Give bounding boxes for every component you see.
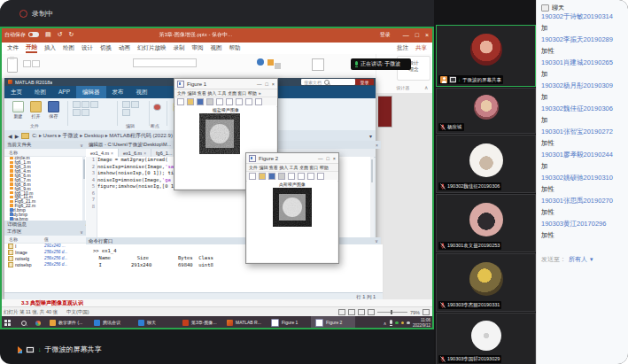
copy-icon[interactable] xyxy=(32,60,40,67)
figure1-menubar[interactable]: 文件 编辑 查看 插入 工具 桌面 窗口 帮助 » xyxy=(174,89,277,97)
goto-icon[interactable] xyxy=(73,109,81,116)
workspace-row[interactable]: Image256x256 d... xyxy=(4,249,84,255)
tab-help[interactable]: 帮助 xyxy=(229,44,241,52)
font-box[interactable] xyxy=(133,58,197,67)
slide-sorter-icon[interactable] xyxy=(348,309,355,315)
drawing-tool-icon[interactable] xyxy=(312,58,324,71)
zoom-out-icon[interactable] xyxy=(307,173,314,180)
minimize-icon[interactable]: — xyxy=(403,32,409,38)
open-button[interactable]: 打开 xyxy=(30,101,42,119)
tab-view[interactable]: 视图 xyxy=(211,44,222,52)
datatip-icon[interactable] xyxy=(255,98,262,105)
compare-icon[interactable] xyxy=(81,101,89,108)
tray-green-icon[interactable] xyxy=(395,321,399,325)
save-button[interactable]: 保存 xyxy=(48,101,59,119)
new-script-button[interactable]: 新建 xyxy=(12,101,24,119)
participant-tile-sharer[interactable]: ↓ 于微波的屏幕共享 xyxy=(436,25,536,87)
reading-view-icon[interactable] xyxy=(358,309,365,315)
tab-design[interactable]: 设计 xyxy=(81,44,93,52)
print-icon[interactable] xyxy=(278,173,285,180)
participant-tile[interactable]: 杨应城 xyxy=(436,88,536,134)
save-icon[interactable] xyxy=(268,173,275,180)
new-figure-icon[interactable] xyxy=(249,173,256,180)
cut-icon[interactable] xyxy=(23,60,31,67)
panel-menu-icon[interactable]: ∨ xyxy=(80,143,83,148)
tab-review[interactable]: 审阅 xyxy=(192,44,204,52)
redo-icon[interactable]: ↻ xyxy=(69,31,74,38)
tray-yellow-icon[interactable] xyxy=(401,321,405,325)
panel-menu-icon[interactable]: ∨ xyxy=(80,229,83,235)
taskbar-app-chat[interactable]: 聊天 xyxy=(134,316,178,329)
breakpoints-icon[interactable] xyxy=(153,104,161,111)
details-bar[interactable]: 详细信息 ∧ xyxy=(4,221,91,228)
fit-slide-icon[interactable] xyxy=(423,309,430,315)
find-files-icon[interactable] xyxy=(73,101,81,108)
tab-record[interactable]: 录制 xyxy=(174,44,185,52)
participant-tile[interactable]: 190301袁文益20190253 xyxy=(436,194,536,252)
matlab-tab-view[interactable]: 视图 xyxy=(130,86,154,98)
rotate-icon[interactable] xyxy=(245,98,252,105)
print-icon[interactable] xyxy=(90,101,98,108)
indent-icon[interactable] xyxy=(122,109,130,116)
participant-tile[interactable]: 190303李杰丽20190331 xyxy=(436,253,536,312)
normal-view-icon[interactable] xyxy=(338,309,345,315)
tab-transitions[interactable]: 切换 xyxy=(100,44,112,52)
taskbar-app-figure2[interactable]: Figure 2 xyxy=(311,316,355,329)
editor-tab[interactable]: ex1_6.m× xyxy=(119,149,151,157)
taskbar-app-matlab[interactable]: MATLAB R... xyxy=(222,316,267,329)
dropdown-icon[interactable]: ▾ xyxy=(590,256,593,263)
forward-icon[interactable]: ▶ xyxy=(15,133,19,139)
workspace-row[interactable]: noiseIsp256x256 d... xyxy=(4,261,84,267)
back-icon[interactable]: ◀ xyxy=(8,133,12,139)
panel-menu-icon[interactable]: ∨ xyxy=(375,238,378,244)
shape-square-icon[interactable] xyxy=(267,59,274,66)
paste-icon[interactable] xyxy=(7,58,18,73)
tab-animations[interactable]: 动画 xyxy=(119,44,130,52)
matlab-tab-editor[interactable]: 编辑器 xyxy=(76,86,106,98)
print-icon[interactable] xyxy=(206,98,213,105)
task-view-icon[interactable] xyxy=(30,316,45,329)
save-icon[interactable] xyxy=(197,98,204,105)
undo-icon[interactable]: ↺ xyxy=(58,31,63,38)
participant-tile[interactable]: 190302魏佳征20190306 xyxy=(436,135,536,193)
zoom-slider[interactable] xyxy=(377,312,407,313)
workspace-row[interactable]: I291x240 ... xyxy=(4,243,84,249)
open-icon[interactable] xyxy=(259,173,266,180)
figure2-menubar[interactable]: 文件 编辑 查看 插入 工具 桌面 窗口 帮助 xyxy=(246,164,338,172)
tray-expand-icon[interactable]: ∧ xyxy=(384,321,387,326)
zoom-in-icon[interactable] xyxy=(226,98,233,105)
matlab-tab-plots[interactable]: 绘图 xyxy=(28,86,52,98)
workspace-row[interactable]: noiseIg256x256 d... xyxy=(4,255,84,261)
shape-rect-icon[interactable] xyxy=(275,63,281,69)
tab-home[interactable]: 开始 xyxy=(26,43,37,53)
clock[interactable]: 11:06 2022/9/12 xyxy=(413,318,430,328)
cursor-icon[interactable] xyxy=(288,173,295,180)
open-icon[interactable] xyxy=(187,98,194,105)
cursor-icon[interactable] xyxy=(216,98,223,105)
tab-file[interactable]: 文件 xyxy=(7,44,19,52)
shape-circle-icon[interactable] xyxy=(257,58,264,66)
close-tab-icon[interactable]: × xyxy=(143,151,146,156)
matlab-doc-search-input[interactable]: 搜索文档 xyxy=(301,79,355,85)
ppt-login-button[interactable]: 登录 xyxy=(380,31,391,39)
matlab-tab-home[interactable]: 主页 xyxy=(4,86,28,98)
tab-draw[interactable]: 绘图 xyxy=(63,44,74,52)
language-label[interactable]: 中文(中国) xyxy=(66,309,89,315)
tray-gray-icon[interactable] xyxy=(407,321,410,325)
new-figure-icon[interactable] xyxy=(177,98,184,105)
autosave-toggle[interactable] xyxy=(28,32,39,37)
start-button[interactable] xyxy=(0,316,15,329)
collapse-ribbon-icon[interactable]: ∧ xyxy=(424,84,428,90)
save-icon[interactable]: ▤ xyxy=(45,31,51,38)
taskbar-search-icon[interactable] xyxy=(15,316,30,329)
tab-insert[interactable]: 插入 xyxy=(44,44,56,52)
zoom-out-icon[interactable] xyxy=(236,98,243,105)
maximize-icon[interactable]: □ xyxy=(326,156,329,161)
comment-icon[interactable] xyxy=(131,101,139,108)
comments-button[interactable]: 批注 xyxy=(397,44,408,52)
chat-messages[interactable]: 190302于诗敏20190314 加 190302李振天20190289 加性… xyxy=(541,11,625,241)
find-icon[interactable] xyxy=(81,109,89,116)
tab-slideshow[interactable]: 幻灯片放映 xyxy=(137,44,167,52)
taskbar-app-powerpoint[interactable]: 第3章-图像... xyxy=(178,316,222,329)
minimize-icon[interactable]: — xyxy=(257,81,262,87)
